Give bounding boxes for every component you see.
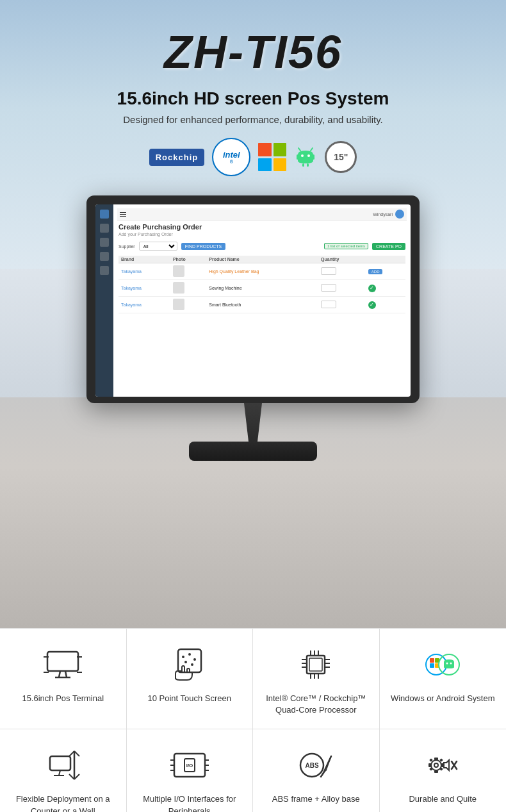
items-badge: 1 list of selected items xyxy=(324,243,368,249)
qty-cell xyxy=(318,280,366,297)
photo-cell xyxy=(170,280,206,297)
features-section: 15.6inch Pos Terminal 10 Point Touch xyxy=(0,628,506,812)
svg-rect-8 xyxy=(47,652,78,671)
check-icon: ✓ xyxy=(368,301,376,309)
svg-point-1 xyxy=(307,154,310,157)
avatar xyxy=(395,210,404,219)
feature-os: Windows or Android System xyxy=(380,629,507,729)
features-grid: 15.6inch Pos Terminal 10 Point Touch xyxy=(0,628,506,812)
abs-icon: ABS xyxy=(295,745,336,786)
svg-point-21 xyxy=(191,663,193,666)
win-quadrant-bl xyxy=(258,158,272,172)
svg-point-67 xyxy=(431,760,441,770)
create-po-button[interactable]: CREATE PO xyxy=(372,243,405,250)
intel-badge: intel ® xyxy=(212,138,250,176)
action-cell: ADD xyxy=(366,263,405,280)
brand-cell: Takayama xyxy=(118,297,170,313)
col-brand: Brand xyxy=(118,256,170,263)
photo-cell xyxy=(170,263,206,280)
table-row: Takayama High Quality Leather Bag ADD xyxy=(118,263,405,280)
find-products-button[interactable]: FIND PRODUCTS xyxy=(181,243,226,250)
user-info: Windysari xyxy=(373,210,404,219)
svg-line-9 xyxy=(59,671,60,677)
col-product: Product Name xyxy=(206,256,318,263)
pos-terminal-label: 15.6inch Pos Terminal xyxy=(22,693,104,704)
svg-rect-4 xyxy=(297,154,298,160)
product-description: Designed for enhanced performance, durab… xyxy=(123,114,383,125)
svg-rect-6 xyxy=(302,163,304,167)
svg-point-17 xyxy=(182,656,184,658)
processor-label: Intel® Core™ / Rockchip™ Quad-Core Proce… xyxy=(263,693,369,716)
svg-line-64 xyxy=(321,773,323,777)
action-cell: ✓ xyxy=(366,297,405,313)
col-photo: Photo xyxy=(170,256,206,263)
rockchip-badge: Rockchip xyxy=(149,149,205,166)
svg-point-42 xyxy=(446,663,448,665)
io-label: Multiple I/O Interfaces for Peripherals xyxy=(137,793,243,812)
nav-products-icon xyxy=(100,252,109,261)
deployment-icon xyxy=(42,745,83,786)
supplier-row: Supplier All FIND PRODUCTS 1 list of sel… xyxy=(118,242,405,251)
col-action xyxy=(366,256,405,263)
monitor-stand-neck xyxy=(231,403,275,442)
supplier-select[interactable]: All xyxy=(139,242,177,251)
table-row: Takayama Sewing Machine ✓ xyxy=(118,280,405,297)
add-button[interactable]: ADD xyxy=(368,269,383,274)
win-quadrant-tr xyxy=(273,143,287,156)
size-badge: 15" xyxy=(325,141,357,173)
svg-line-2 xyxy=(298,148,300,151)
svg-rect-44 xyxy=(50,756,70,770)
svg-rect-5 xyxy=(313,154,314,160)
svg-point-43 xyxy=(450,663,452,665)
monitor-stand-base xyxy=(189,442,317,461)
hamburger-icon xyxy=(120,212,126,217)
processor-icon xyxy=(295,644,336,685)
svg-rect-70 xyxy=(434,770,438,773)
svg-point-19 xyxy=(193,658,196,661)
svg-text:I/O: I/O xyxy=(186,763,193,768)
qty-cell xyxy=(318,263,366,280)
nav-reports-icon xyxy=(100,266,109,275)
monitor-screen: Windysari Create Purchasing Order Add yo… xyxy=(95,204,411,397)
nav-home-icon xyxy=(100,210,109,219)
screen-page-title: Create Purchasing Order xyxy=(118,223,405,231)
products-table: Brand Photo Product Name Quantity xyxy=(118,256,405,313)
svg-rect-69 xyxy=(434,758,438,760)
pos-terminal-icon xyxy=(42,644,83,685)
supplier-label: Supplier xyxy=(118,244,135,249)
screen-page-subtitle: Add your Purchasing Order xyxy=(118,232,405,236)
product-name-cell: Sewing Machine xyxy=(206,280,318,297)
svg-point-18 xyxy=(188,653,191,656)
product-subtitle: 15.6inch HD screen Pos System xyxy=(117,88,389,109)
brand-cell: Takayama xyxy=(118,280,170,297)
os-icon xyxy=(422,644,463,685)
hero-section: ZH-TI56 15.6inch HD screen Pos System De… xyxy=(0,0,506,628)
monitor-display: Windysari Create Purchasing Order Add yo… xyxy=(86,195,420,461)
feature-durable: Durable and Quite xyxy=(380,729,507,812)
feature-touch-screen: 10 Point Touch Screen xyxy=(127,629,254,729)
feature-pos-terminal: 15.6inch Pos Terminal xyxy=(0,629,127,729)
io-icon: I/O xyxy=(169,745,210,786)
windows-badge xyxy=(258,143,286,171)
screen-topbar: Windysari xyxy=(117,208,407,220)
durable-label: Durable and Quite xyxy=(409,793,477,805)
svg-rect-39 xyxy=(430,663,434,668)
feature-deployment: Flexible Deployment on a Counter or a Wa… xyxy=(0,729,127,812)
svg-rect-7 xyxy=(307,163,309,167)
os-label: Windows or Android System xyxy=(391,693,495,704)
qty-cell xyxy=(318,297,366,313)
feature-processor: Intel® Core™ / Rockchip™ Quad-Core Proce… xyxy=(253,629,380,729)
svg-text:ABS: ABS xyxy=(306,762,319,769)
svg-line-3 xyxy=(311,148,313,151)
col-qty: Quantity xyxy=(318,256,366,263)
feature-io: I/O Multiple I/O Interfaces for Peripher… xyxy=(127,729,254,812)
svg-line-10 xyxy=(65,671,67,677)
nav-users-icon xyxy=(100,224,109,233)
badge-row: Rockchip intel ® xyxy=(149,138,357,176)
svg-line-65 xyxy=(326,756,331,770)
win-quadrant-tl xyxy=(258,143,272,156)
screen-content: Windysari Create Purchasing Order Add yo… xyxy=(113,204,411,397)
action-cell: ✓ xyxy=(366,280,405,297)
svg-rect-37 xyxy=(430,658,434,663)
svg-rect-71 xyxy=(428,763,431,767)
